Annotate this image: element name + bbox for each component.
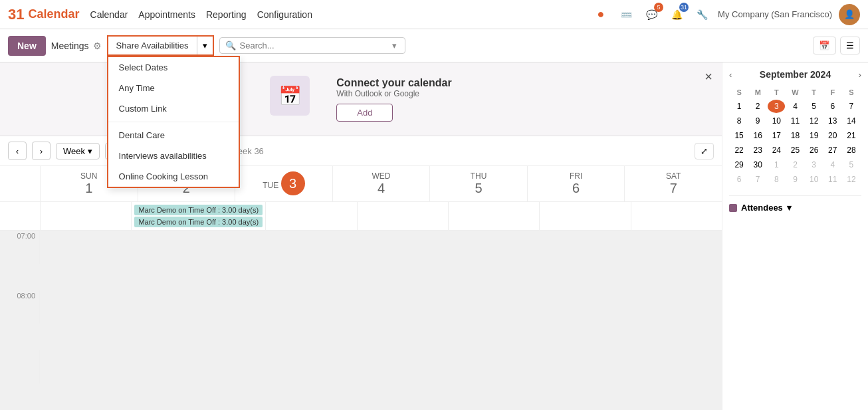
close-banner-button[interactable]: × <box>705 69 712 84</box>
mini-cal-day[interactable]: 7 <box>843 100 860 113</box>
day-tue-0700[interactable] <box>235 231 332 264</box>
mini-cal-prev-button[interactable]: ‹ <box>729 70 732 80</box>
day-sun-0700[interactable] <box>40 231 138 264</box>
day-mon-0700[interactable] <box>138 231 235 264</box>
attendees-header[interactable]: Attendees ▾ <box>729 203 861 213</box>
dropdown-item-cooking[interactable]: Online Cooking Lesson <box>108 166 239 187</box>
event-marc-2[interactable]: Marc Demo on Time Off : 3.00 day(s) <box>134 217 263 227</box>
mini-cal-day[interactable]: 12 <box>806 114 823 128</box>
mini-cal-day[interactable]: 26 <box>806 144 823 157</box>
mini-cal-day[interactable]: 19 <box>806 129 823 142</box>
share-availabilities-dropdown-button[interactable]: ▾ <box>197 37 213 54</box>
expand-button[interactable]: ⤢ <box>695 143 714 159</box>
mini-cal-day[interactable]: 6 <box>730 173 748 186</box>
event-marc-1[interactable]: Marc Demo on Time Off : 3.00 day(s) <box>134 205 263 215</box>
mini-cal-day[interactable]: 14 <box>843 114 860 128</box>
day-wed-0700[interactable] <box>332 231 430 264</box>
day-sun-0900[interactable] <box>40 350 138 383</box>
activity-icon[interactable]: 🔔 31 <box>667 5 686 24</box>
user-avatar[interactable]: 👤 <box>839 4 860 25</box>
mini-cal-day[interactable]: 29 <box>730 158 748 171</box>
mini-cal-day[interactable]: 2 <box>786 158 804 171</box>
settings-icon[interactable]: 🔧 <box>693 5 711 24</box>
dropdown-item-dental-care[interactable]: Dental Care <box>108 125 239 146</box>
mini-cal-day[interactable]: 17 <box>768 129 785 142</box>
day-sat-0800[interactable] <box>624 290 722 324</box>
mini-cal-day[interactable]: 27 <box>824 144 841 157</box>
mini-cal-day[interactable]: 4 <box>824 158 841 171</box>
app-logo[interactable]: 31 Calendar <box>8 6 80 23</box>
week-view-button[interactable]: Week ▾ <box>56 143 100 159</box>
mini-cal-day[interactable]: 1 <box>768 158 785 171</box>
day-mon-0800[interactable] <box>138 290 235 324</box>
day-fri-0900[interactable] <box>527 350 625 383</box>
day-thu-0800[interactable] <box>429 290 527 324</box>
mini-cal-day[interactable]: 30 <box>749 158 766 171</box>
day-tue-0800[interactable] <box>235 290 332 324</box>
day-fri-0700[interactable] <box>527 231 625 264</box>
menu-reporting[interactable]: Reporting <box>206 9 247 20</box>
mini-cal-day[interactable]: 28 <box>843 144 860 157</box>
mini-cal-day[interactable]: 11 <box>786 114 804 128</box>
calendar-view-button[interactable]: 📅 <box>813 37 836 54</box>
status-dot[interactable]: ● <box>592 5 610 24</box>
day-fri-0800[interactable] <box>527 290 625 324</box>
mini-cal-day[interactable]: 7 <box>749 173 766 186</box>
mini-cal-next-button[interactable]: › <box>859 70 861 80</box>
mini-cal-day[interactable]: 10 <box>768 114 785 128</box>
day-thu-0700[interactable] <box>429 231 527 264</box>
mini-cal-day[interactable]: 20 <box>824 129 841 142</box>
mini-cal-day[interactable]: 4 <box>786 100 804 113</box>
mini-cal-day[interactable]: 1 <box>730 100 748 113</box>
prev-week-button[interactable]: ‹ <box>8 142 27 160</box>
mini-cal-day[interactable]: 16 <box>749 129 766 142</box>
dropdown-item-custom-link[interactable]: Custom Link <box>108 98 239 119</box>
day-wed-0900[interactable] <box>332 350 430 383</box>
keyboard-icon[interactable]: ⌨️ <box>617 5 635 24</box>
meetings-button[interactable]: Meetings ⚙ <box>51 41 102 51</box>
mini-cal-day[interactable]: 10 <box>806 173 823 186</box>
day-sun-0800[interactable] <box>40 290 138 324</box>
mini-cal-day[interactable]: 9 <box>786 173 804 186</box>
day-sat-0700[interactable] <box>624 231 722 264</box>
mini-cal-day[interactable]: 3 <box>768 100 785 113</box>
mini-cal-day[interactable]: 5 <box>843 158 860 171</box>
mini-cal-day[interactable]: 8 <box>730 114 748 128</box>
list-view-button[interactable]: ☰ <box>840 37 860 54</box>
search-dropdown-button[interactable]: ▾ <box>389 41 399 51</box>
mini-cal-day[interactable]: 18 <box>786 129 804 142</box>
mini-cal-day[interactable]: 8 <box>768 173 785 186</box>
mini-cal-day[interactable]: 6 <box>824 100 841 113</box>
mini-cal-day[interactable]: 9 <box>749 114 766 128</box>
mini-cal-day[interactable]: 2 <box>749 100 766 113</box>
mini-cal-day[interactable]: 3 <box>806 158 823 171</box>
day-mon-0900[interactable] <box>138 350 235 383</box>
menu-calendar[interactable]: Calendar <box>90 9 128 20</box>
mini-cal-day[interactable]: 12 <box>843 173 860 186</box>
day-tue-0900[interactable] <box>235 350 332 383</box>
dropdown-item-select-dates[interactable]: Select Dates <box>108 57 239 78</box>
share-availabilities-button[interactable]: Share Availabilities <box>108 37 197 54</box>
add-button[interactable]: Add <box>336 104 393 122</box>
dropdown-item-interviews[interactable]: Interviews availabilities <box>108 146 239 166</box>
mini-cal-day[interactable]: 24 <box>768 144 785 157</box>
mini-cal-day[interactable]: 25 <box>786 144 804 157</box>
mini-cal-day[interactable]: 15 <box>730 129 748 142</box>
mini-cal-day[interactable]: 13 <box>824 114 841 128</box>
day-thu-0900[interactable] <box>429 350 527 383</box>
day-wed-0800[interactable] <box>332 290 430 324</box>
menu-appointments[interactable]: Appointments <box>138 9 195 20</box>
mini-cal-day[interactable]: 22 <box>730 144 748 157</box>
search-input[interactable] <box>240 41 385 51</box>
mini-cal-day[interactable]: 5 <box>806 100 823 113</box>
new-button[interactable]: New <box>8 36 46 56</box>
day-sat-0900[interactable] <box>624 350 722 383</box>
weekday-s2: S <box>843 86 860 98</box>
mini-cal-day[interactable]: 23 <box>749 144 766 157</box>
chat-icon[interactable]: 💬 5 <box>642 5 661 24</box>
dropdown-item-any-time[interactable]: Any Time <box>108 78 239 98</box>
menu-configuration[interactable]: Configuration <box>257 9 312 20</box>
next-week-button[interactable]: › <box>32 142 51 160</box>
mini-cal-day[interactable]: 21 <box>843 129 860 142</box>
mini-cal-day[interactable]: 11 <box>824 173 841 186</box>
